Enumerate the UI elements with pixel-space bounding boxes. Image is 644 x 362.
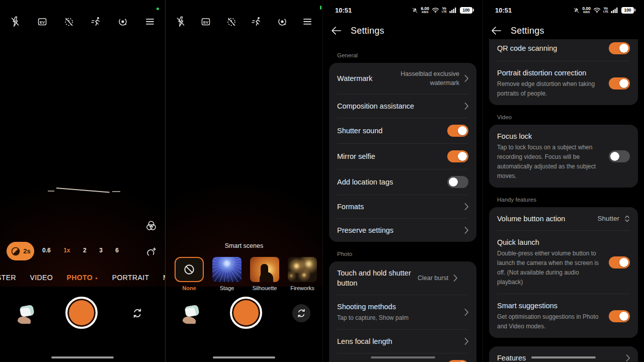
motion-capture-button[interactable] [250,15,263,28]
gallery-thumbnail[interactable] [182,302,204,324]
settings-app-bar: Settings [323,15,482,43]
gallery-thumbnail[interactable] [17,302,39,324]
menu-button[interactable] [301,15,314,28]
retouch-button[interactable] [145,246,157,258]
camera-in-use-indicator [320,6,321,10]
horizon-level-indicator [48,186,120,197]
settings-row-preserve-settings[interactable]: Preserve settings [329,219,476,242]
zoom-option-0-6[interactable]: 0.6 [42,247,51,254]
exposure-ev-button[interactable]: EV [199,15,212,28]
timer-off-button[interactable] [62,15,75,28]
mirror-selfie-toggle[interactable] [447,150,468,162]
settings-row-shutter-sound[interactable]: Shutter sound [329,118,476,143]
settings-row-quick-launch[interactable]: Quick launch Double-press either volume … [489,231,638,294]
chevron-right-icon [626,354,630,361]
shutter-button[interactable] [230,297,262,329]
camera-bottom-bar [0,297,165,332]
settings-row-smart-suggestions[interactable]: Smart suggestions Get optimisation sugge… [489,294,638,338]
gesture-navigation-bar[interactable] [371,356,435,358]
flash-off-button[interactable] [174,15,187,28]
page-title: Settings [511,26,544,36]
settings-scroll-area[interactable]: General Watermark Hasselblad exclusive w… [323,52,482,362]
gesture-navigation-bar[interactable] [531,356,596,358]
flip-camera-button[interactable] [292,304,310,322]
camera-settings-panel-1: 10:51 6.00 KB/S Vo LTE 100 Settings Gene… [323,0,482,362]
timer-chip-label: 2s [23,247,30,255]
quick-launch-toggle[interactable] [609,256,630,268]
zoom-option-1x[interactable]: 1x [63,247,70,254]
add-location-tags-toggle[interactable] [447,176,468,188]
portrait-distortion-toggle[interactable] [609,77,630,89]
scene-option-fireworks[interactable]: Fireworks [288,257,317,291]
settings-row-focus-lock[interactable]: Focus lock Tap to lock focus on a subjec… [489,125,638,188]
back-button[interactable] [330,25,342,37]
scene-option-silhouette[interactable]: Silhouette [250,257,279,291]
camera-in-use-indicator [156,8,159,10]
scene-label: Stage [212,285,242,291]
network-speed: 6.00 KB/S [421,7,429,14]
flip-camera-button[interactable] [128,304,146,322]
zoom-selector: 0.6 1x 2 3 6 [42,247,119,254]
smart-scenes-title: Smart scenes [166,242,323,249]
settings-row-mirror-selfie[interactable]: Mirror selfie [329,144,476,169]
settings-row-touch-hold-shutter[interactable]: Touch and hold shutter button Clear burs… [329,261,476,295]
page-title: Settings [351,26,384,36]
focus-lock-toggle[interactable] [609,150,630,162]
scene-label: None [175,285,204,291]
scene-option-none[interactable]: None [175,257,204,291]
gesture-navigation-bar[interactable] [213,356,275,358]
settings-row-add-location-tags[interactable]: Add location tags [329,169,476,195]
volte-indicator: Vo LTE [442,7,447,14]
zoom-option-2[interactable]: 2 [83,247,87,254]
timer-2s-chip[interactable]: 2s [7,242,34,260]
settings-card-video: Focus lock Tap to lock focus on a subjec… [489,125,638,188]
shutter-sound-toggle[interactable] [447,125,468,137]
back-button[interactable] [490,25,502,37]
motion-capture-button[interactable] [90,15,103,28]
zoom-option-3[interactable]: 3 [99,247,103,254]
settings-card-footer: Features About Camera [489,346,638,362]
mode-tab-master[interactable]: STER [0,274,16,282]
settings-row-features[interactable]: Features [489,346,638,362]
settings-row-volume-button-action[interactable]: Volume button action Shutter [489,207,638,230]
none-icon [183,263,196,276]
selector-up-down-icon[interactable] [624,215,630,223]
section-label-video: Video [497,114,630,120]
scene-detect-button[interactable] [116,15,129,28]
settings-row-lens-focal-length[interactable]: Lens focal length [329,330,476,353]
wifi-icon [432,7,439,13]
qr-code-scanning-toggle[interactable] [447,360,468,362]
settings-row-watermark[interactable]: Watermark Hasselblad exclusive watermark [329,63,476,94]
settings-scroll-area[interactable]: QR code scanning Portrait distortion cor… [483,39,644,362]
camera-smart-scenes-panel: EV Smart scenes None Stage Silhouette [166,0,323,362]
mode-tab-video[interactable]: VIDEO [30,274,53,282]
status-time: 10:51 [335,7,352,14]
gesture-navigation-bar[interactable] [51,356,114,358]
timer-off-button[interactable] [225,15,238,28]
settings-row-composition-assistance[interactable]: Composition assistance [329,95,476,118]
mode-tab-photo[interactable]: PHOTO▲ [66,274,98,282]
mode-tab-more[interactable]: M [163,274,165,282]
smart-suggestions-toggle[interactable] [609,310,630,322]
network-speed: 0.00 KB/S [582,7,591,14]
zoom-option-6[interactable]: 6 [115,247,119,254]
exposure-ev-button[interactable]: EV [36,15,49,28]
flash-off-button[interactable] [9,15,22,28]
qr-code-scanning-toggle[interactable] [609,42,630,54]
camera-mode-tabs: STER VIDEO PHOTO▲ PORTRAIT M [0,274,165,282]
shutter-button[interactable] [65,297,98,329]
settings-row-formats[interactable]: Formats [329,195,476,218]
camera-viewfinder-panel: EV 2s 0.6 1x 2 3 6 S [0,0,165,362]
chevron-right-icon [464,75,468,82]
settings-row-portrait-distortion[interactable]: Portrait distortion correction Remove ed… [489,61,638,105]
scene-none-thumbnail [175,257,204,282]
mode-tab-portrait[interactable]: PORTRAIT [112,274,149,282]
menu-button[interactable] [143,15,156,28]
filters-button[interactable] [145,220,157,232]
scene-option-stage[interactable]: Stage [212,257,242,291]
settings-row-qr-code-scanning[interactable]: QR code scanning [489,39,638,61]
chevron-right-icon [464,338,468,345]
scene-detect-button[interactable] [276,15,289,28]
settings-row-shooting-methods[interactable]: Shooting methods Tap to capture, Show pa… [329,295,476,329]
battery-indicator: 100 [621,7,634,14]
